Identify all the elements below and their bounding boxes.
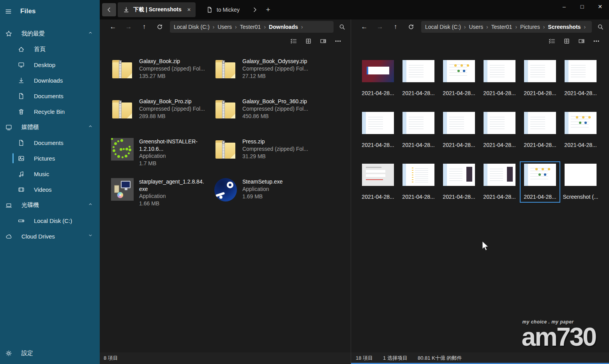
sidebar-item-settings[interactable]: 設定 — [0, 345, 100, 361]
more-options-icon[interactable] — [332, 36, 344, 46]
preview-pane-icon[interactable] — [575, 36, 587, 46]
preview-pane-icon[interactable] — [317, 36, 329, 46]
screenshot-item[interactable]: 2021-04-28... — [479, 58, 520, 99]
forward-button[interactable]: → — [372, 21, 388, 33]
file-name: Galaxy_Book_Pro_360.zip — [242, 98, 309, 105]
sidebar-section-libraries[interactable]: 媒體櫃 — [0, 119, 100, 135]
forward-button[interactable]: → — [121, 21, 136, 33]
gear-icon — [5, 350, 12, 357]
screenshot-item[interactable]: 2021-04-28... — [560, 58, 601, 99]
breadcrumb-segment[interactable]: Pictures — [520, 24, 540, 30]
minimize-icon[interactable]: – — [555, 0, 573, 13]
maximize-icon[interactable]: □ — [573, 0, 591, 13]
screenshot-item[interactable]: 2021-04-28... — [520, 110, 560, 151]
screenshot-label: 2021-04-28... — [443, 194, 475, 200]
sidebar-item-videos[interactable]: Videos — [0, 182, 100, 197]
breadcrumb-segment[interactable]: Screenshots — [548, 24, 581, 30]
sidebar-item-recycle-bin[interactable]: Recycle Bin — [0, 104, 100, 119]
tab-bar: 下載 | Screenshots ✕ to Mickey + — [100, 0, 609, 19]
file-size: 450.86 MB — [242, 113, 309, 120]
file-size: 1.66 MB — [139, 200, 206, 207]
up-button[interactable]: ↑ — [388, 21, 403, 33]
file-tile[interactable]: Greenshot-INSTALLER-1.2.10.6...Applicati… — [111, 137, 214, 177]
sidebar-item-downloads[interactable]: Downloads — [0, 72, 100, 88]
file-tile[interactable]: starplayer_agent_1.2.8.84.exeApplication… — [111, 177, 214, 217]
more-options-icon[interactable] — [590, 36, 602, 46]
sidebar-item-music[interactable]: Music — [0, 166, 100, 182]
tab-downloads-screenshots[interactable]: 下載 | Screenshots ✕ — [118, 2, 196, 17]
details-view-icon[interactable] — [288, 36, 299, 46]
breadcrumb-segment[interactable]: Users — [217, 24, 232, 30]
screenshot-item[interactable]: 2021-04-28... — [358, 161, 398, 203]
breadcrumb-separator: › — [235, 24, 237, 30]
tiles-view-icon[interactable] — [302, 36, 314, 46]
sidebar-section-drives[interactable]: 光碟機 — [0, 197, 100, 213]
tiles-view-icon[interactable] — [561, 36, 572, 46]
item-label: Documents — [34, 93, 64, 99]
file-tile[interactable]: Galaxy_Book_Pro_360.zipCompressed (zippe… — [214, 97, 318, 137]
breadcrumb-segment[interactable]: Local Disk (C:) — [174, 24, 210, 30]
screenshot-item[interactable]: 2021-04-28... — [398, 161, 439, 203]
breadcrumb-segment[interactable]: Downloads — [269, 24, 298, 30]
screenshot-item[interactable]: 2021-04-28... — [358, 110, 398, 151]
address-bar[interactable]: Local Disk (C:) › Users › Tester01 › Pic… — [421, 21, 592, 33]
chevron-up-icon[interactable] — [88, 30, 93, 35]
sidebar-item-desktop[interactable]: Desktop — [0, 57, 100, 72]
screenshot-item[interactable]: 2021-04-28... — [479, 161, 520, 203]
screenshot-item[interactable]: Screenshot (... — [560, 161, 601, 203]
breadcrumb-segment[interactable]: Users — [469, 24, 483, 30]
screenshot-item[interactable]: 2021-04-28... — [358, 58, 398, 99]
search-icon[interactable] — [592, 21, 609, 33]
sidebar-item-home[interactable]: 首頁 — [0, 41, 100, 57]
document-icon — [207, 7, 213, 13]
chevron-down-icon[interactable] — [88, 233, 93, 238]
file-tile[interactable]: Galaxy_Book_Odyssey.zipCompressed (zippe… — [214, 57, 318, 97]
screenshot-item[interactable]: 2021-04-28... — [398, 110, 439, 151]
breadcrumb-segment[interactable]: Local Disk (C:) — [425, 24, 461, 30]
refresh-button[interactable] — [403, 21, 419, 33]
chevron-up-icon[interactable] — [88, 202, 93, 207]
screenshot-item[interactable]: 2021-04-28... — [520, 58, 560, 99]
search-icon[interactable] — [334, 21, 351, 33]
tab-scroll-right-button[interactable] — [248, 3, 261, 16]
sidebar-item-pictures[interactable]: Pictures — [0, 150, 100, 166]
screenshot-item[interactable]: 2021-04-28... — [439, 161, 479, 203]
file-tile[interactable]: SteamSetup.exeApplication1.69 MB — [214, 177, 318, 217]
screenshot-item-selected[interactable]: 2021-04-28... — [520, 161, 560, 203]
file-tile[interactable]: Press.zipCompressed (zipped) Fol...31.29… — [214, 137, 318, 177]
details-view-icon[interactable] — [546, 36, 558, 46]
tab-to-mickey[interactable]: to Mickey — [201, 2, 244, 17]
sidebar-section-favorites[interactable]: 我的最愛 — [0, 26, 100, 41]
screenshot-item[interactable]: 2021-04-28... — [479, 110, 520, 151]
sidebar-item-documents-library[interactable]: Documents — [0, 135, 100, 150]
file-tile[interactable]: Galaxy_Book.zipCompressed (zipped) Fol..… — [111, 57, 214, 97]
zip-folder-icon — [111, 98, 134, 120]
sidebar-section-cloud-drives[interactable]: Cloud Drives — [0, 228, 100, 244]
screenshot-item[interactable]: 2021-04-28... — [398, 58, 439, 99]
up-button[interactable]: ↑ — [136, 21, 152, 33]
back-button[interactable]: ← — [105, 21, 121, 33]
tab-scroll-left-button[interactable] — [102, 3, 116, 16]
sidebar-item-local-disk-c[interactable]: Local Disk (C:) — [0, 213, 100, 228]
refresh-button[interactable] — [152, 21, 168, 33]
screenshot-item[interactable]: 2021-04-28... — [560, 110, 601, 151]
screenshot-item[interactable]: 2021-04-28... — [439, 58, 479, 99]
selected-size: 80.81 K十億 的郵件 — [418, 355, 462, 362]
hamburger-menu-icon[interactable] — [5, 8, 12, 15]
item-label: Music — [34, 171, 49, 177]
back-button[interactable]: ← — [357, 21, 372, 33]
close-icon[interactable]: ✕ — [591, 0, 609, 13]
screenshot-thumbnail — [484, 112, 515, 134]
breadcrumb-separator: › — [543, 24, 545, 30]
file-type: Compressed (zipped) Fol... — [242, 65, 309, 72]
breadcrumb-segment[interactable]: Tester01 — [491, 24, 512, 30]
file-tile[interactable]: Galaxy_Book_Pro.zipCompressed (zipped) F… — [111, 97, 214, 137]
sidebar-item-documents[interactable]: Documents — [0, 88, 100, 104]
mouse-cursor — [482, 241, 489, 251]
address-bar[interactable]: Local Disk (C:) › Users › Tester01 › Dow… — [170, 21, 334, 33]
chevron-up-icon[interactable] — [88, 124, 93, 129]
screenshot-item[interactable]: 2021-04-28... — [439, 110, 479, 151]
new-tab-button[interactable]: + — [261, 3, 275, 16]
tab-close-icon[interactable]: ✕ — [187, 7, 191, 12]
breadcrumb-segment[interactable]: Tester01 — [240, 24, 261, 30]
